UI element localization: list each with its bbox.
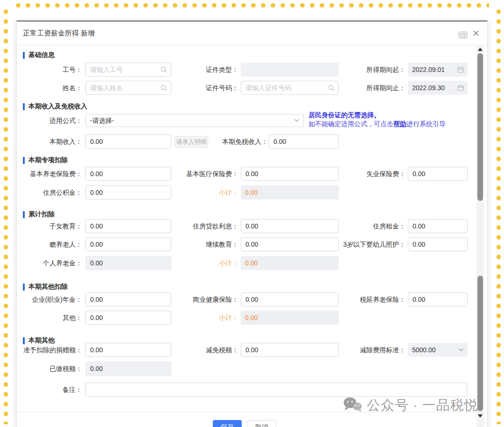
otherded-subtotal-value: 0.00 xyxy=(241,311,339,325)
employee-id-field-wrap xyxy=(85,63,171,77)
cumulative-subtotal-label: 小计： xyxy=(173,256,238,270)
other-input[interactable] xyxy=(85,311,171,325)
dialog-normal-salary-income-add: 正常工资薪金所得 新增 ✕ 基础信息 工号： 证件类型： 所得期间起： 2022… xyxy=(16,21,488,427)
decorative-dots-right xyxy=(496,9,501,424)
annuity-label: 企业(职业)年金： xyxy=(17,292,82,306)
infant-care-field-wrap xyxy=(408,237,468,251)
housing-fund-input[interactable] xyxy=(85,185,171,199)
period-start-field[interactable]: 2022.09.01 xyxy=(408,63,468,77)
section-basic-info: 基础信息 xyxy=(23,50,55,60)
current-income-label: 本期收入： xyxy=(17,135,82,149)
elderly-input[interactable] xyxy=(85,237,171,251)
scroll-down-icon[interactable] xyxy=(478,414,483,418)
medical-input[interactable] xyxy=(241,167,339,181)
current-income-input[interactable] xyxy=(85,135,171,149)
employee-id-input[interactable] xyxy=(85,63,171,77)
wechat-icon xyxy=(343,396,362,415)
unemployment-field-wrap xyxy=(408,167,468,181)
special-subtotal-value: 0.00 xyxy=(241,185,339,199)
period-start-label: 所得期间起： xyxy=(329,63,406,77)
hint-line2: 如不能确定适用公式，可点击帮助进行系统引导 xyxy=(308,120,446,128)
paid-tax-label: 已缴税额： xyxy=(17,362,82,376)
calculator-icon[interactable] xyxy=(458,31,468,41)
watermark-text: 公众号 · 一品税悦 xyxy=(367,396,478,415)
loan-interest-label: 住房贷款利息： xyxy=(173,219,238,233)
employee-id-label: 工号： xyxy=(17,63,82,77)
otherded-subtotal-label: 小计： xyxy=(173,311,238,325)
pension-input[interactable] xyxy=(85,167,171,181)
children-edu-field-wrap xyxy=(85,219,171,233)
loan-interest-field-wrap xyxy=(241,219,339,233)
deferred-pension-field-wrap xyxy=(408,292,468,306)
annuity-field-wrap xyxy=(85,292,171,306)
paid-tax-display: 0.00 xyxy=(85,362,171,376)
deferred-pension-input[interactable] xyxy=(408,292,468,306)
donation-input[interactable] xyxy=(85,343,171,357)
health-ins-field-wrap xyxy=(241,292,339,306)
section-accent-bar xyxy=(23,284,25,291)
other-label: 其他： xyxy=(17,311,82,325)
scroll-up-icon[interactable] xyxy=(478,48,483,51)
elderly-field-wrap xyxy=(85,237,171,251)
cumulative-subtotal-value: 0.00 xyxy=(241,256,339,270)
health-ins-input[interactable] xyxy=(241,292,339,306)
pension-label: 基本养老保险费： xyxy=(17,167,82,181)
section-cumulative-deduction: 累计扣除 xyxy=(23,210,55,219)
formula-hint: 居民身份证的无需选择。 如不能确定适用公式，可点击帮助进行系统引导 xyxy=(308,111,446,128)
housing-fund-field-wrap xyxy=(85,185,171,199)
children-edu-input[interactable] xyxy=(85,219,171,233)
help-link[interactable]: 帮助 xyxy=(393,120,406,128)
scrollbar-thumb-upper[interactable] xyxy=(477,53,483,201)
rent-label: 住房租金： xyxy=(329,219,406,233)
section-title: 基础信息 xyxy=(28,51,55,59)
infant-care-label: 3岁以下婴幼儿照护： xyxy=(329,237,406,251)
period-end-field[interactable]: 2022.09.30 xyxy=(408,81,468,95)
unemployment-input[interactable] xyxy=(408,167,468,181)
taxfree-income-input[interactable] xyxy=(269,135,339,149)
section-accent-bar xyxy=(23,211,25,218)
remark-label: 备注： xyxy=(17,383,82,397)
calendar-icon xyxy=(457,85,464,91)
continuing-edu-field-wrap xyxy=(241,237,339,251)
section-other-deduction: 本期其他扣除 xyxy=(23,282,68,292)
period-end-label: 所得期间止： xyxy=(329,81,406,95)
elderly-label: 赡养老人： xyxy=(17,237,82,251)
annuity-input[interactable] xyxy=(85,292,171,306)
decorative-dots-top xyxy=(16,3,489,8)
housing-fund-label: 住房公积金： xyxy=(17,185,82,199)
period-start-value: 2022.09.01 xyxy=(412,66,445,73)
deduction-standard-label: 减除费用标准： xyxy=(329,343,406,357)
scrollbar-thumb-lower[interactable] xyxy=(477,276,483,411)
deferred-pension-label: 税延养老保险： xyxy=(329,292,406,306)
section-title: 累计扣除 xyxy=(28,210,55,219)
close-icon[interactable]: ✕ xyxy=(472,28,480,40)
rent-input[interactable] xyxy=(408,219,468,233)
section-title: 本期其他扣除 xyxy=(28,283,68,291)
infant-care-input[interactable] xyxy=(408,237,468,251)
medical-label: 基本医疗保险费： xyxy=(173,167,238,181)
loan-interest-input[interactable] xyxy=(241,219,339,233)
hint-line1: 居民身份证的无需选择。 xyxy=(308,111,446,120)
section-accent-bar xyxy=(23,157,25,164)
name-label: 姓名： xyxy=(17,81,82,95)
save-button[interactable]: 保存 xyxy=(213,420,242,427)
deduction-standard-value: 5000.00 xyxy=(412,346,436,354)
taxfree-income-label: 本期免税收入： xyxy=(203,135,268,149)
children-edu-label: 子女教育： xyxy=(17,219,82,233)
unemployment-label: 失业保险费： xyxy=(329,167,406,181)
watermark: 公众号 · 一品税悦 xyxy=(343,396,478,415)
formula-select[interactable]: -请选择- xyxy=(85,114,304,127)
cancel-button[interactable]: 取消 xyxy=(247,420,276,427)
cert-type-display xyxy=(241,63,339,77)
chevron-down-icon xyxy=(294,119,300,122)
deduction-standard-select[interactable]: 5000.00 xyxy=(408,343,468,357)
health-ins-label: 商业健康保险： xyxy=(173,292,238,306)
tax-reduction-input[interactable] xyxy=(241,343,339,357)
section-title: 本期专项扣除 xyxy=(28,156,68,164)
continuing-edu-input[interactable] xyxy=(241,237,339,251)
cert-no-input[interactable] xyxy=(241,81,339,95)
scrollbar[interactable] xyxy=(476,46,484,427)
remark-input[interactable] xyxy=(85,383,467,397)
personal-pension-display: 0.00 xyxy=(85,256,171,270)
name-input[interactable] xyxy=(85,81,171,95)
